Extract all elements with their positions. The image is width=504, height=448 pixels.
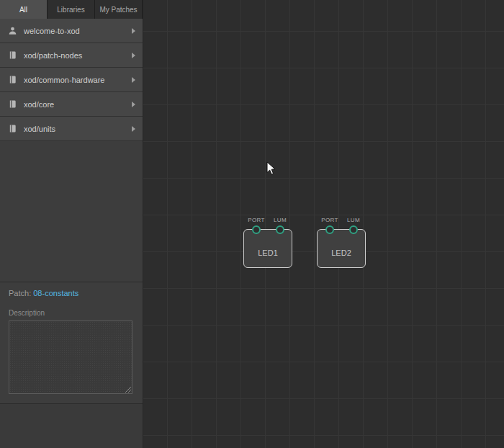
tab-my-patches[interactable]: My Patches <box>95 0 143 19</box>
chevron-right-icon[interactable] <box>132 28 135 34</box>
node-led2[interactable]: PORT LUM LED2 <box>317 229 366 268</box>
pin-label-lum: LUM <box>347 217 360 223</box>
sidebar-empty-area <box>0 141 143 282</box>
list-item-xod-patch-nodes[interactable]: xod/patch-nodes <box>0 43 143 68</box>
node-label: LED2 <box>318 248 365 257</box>
pin-lum[interactable] <box>349 225 358 234</box>
book-icon <box>7 50 17 61</box>
list-item-label: xod/core <box>24 100 125 109</box>
list-item-welcome-to-xod[interactable]: welcome-to-xod <box>0 19 143 43</box>
description-field-wrap <box>9 321 132 394</box>
list-item-label: xod/patch-nodes <box>24 51 125 60</box>
list-item-xod-common-hardware[interactable]: xod/common-hardware <box>0 68 143 92</box>
pin-label-port: PORT <box>321 217 338 223</box>
current-patch-link[interactable]: 08-constants <box>33 289 78 297</box>
patch-info-panel: Patch: 08-constants <box>0 282 143 297</box>
list-item-label: welcome-to-xod <box>24 27 125 35</box>
sidebar-bottom-area <box>0 403 143 448</box>
browser-tabbar: All Libraries My Patches <box>0 0 143 19</box>
book-icon <box>7 75 17 85</box>
chevron-right-icon[interactable] <box>132 77 135 83</box>
pin-lum[interactable] <box>276 225 284 234</box>
chevron-right-icon[interactable] <box>132 53 135 58</box>
pin-port[interactable] <box>325 225 334 234</box>
tab-all[interactable]: All <box>0 0 48 19</box>
node-led1[interactable]: PORT LUM LED1 <box>243 229 292 268</box>
description-textarea[interactable] <box>9 321 132 394</box>
patch-canvas[interactable]: PORT LUM LED1 PORT LUM LED2 <box>143 0 504 448</box>
chevron-right-icon[interactable] <box>132 102 135 107</box>
chevron-right-icon[interactable] <box>132 126 135 132</box>
list-item-xod-core[interactable]: xod/core <box>0 92 143 117</box>
list-item-xod-units[interactable]: xod/units <box>0 117 143 141</box>
node-label: LED1 <box>244 248 292 257</box>
patch-label: Patch: <box>9 289 31 297</box>
tab-libraries[interactable]: Libraries <box>48 0 95 19</box>
pin-port[interactable] <box>252 225 261 234</box>
list-item-label: xod/units <box>24 125 125 133</box>
list-item-label: xod/common-hardware <box>24 76 125 84</box>
description-label: Description <box>9 309 134 317</box>
book-icon <box>7 124 17 134</box>
book-icon <box>7 99 17 109</box>
user-icon <box>7 26 17 36</box>
pin-label-lum: LUM <box>274 217 287 223</box>
pin-label-port: PORT <box>248 217 265 223</box>
project-browser-sidebar: All Libraries My Patches welcome-to-xod … <box>0 0 143 448</box>
library-list: welcome-to-xod xod/patch-nodes xod/commo… <box>0 19 143 141</box>
